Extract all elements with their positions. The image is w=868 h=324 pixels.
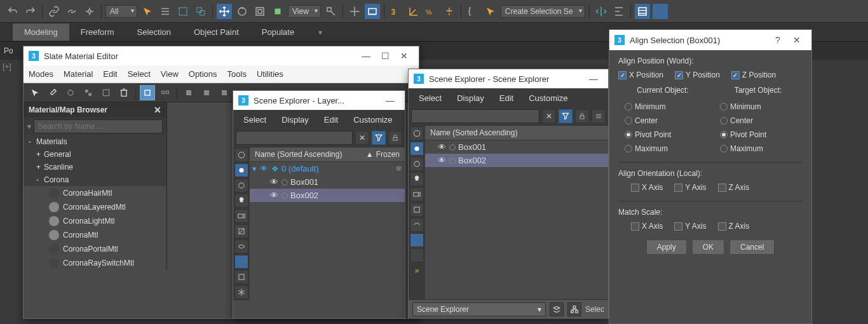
ribbon-tab-selection[interactable]: Selection (126, 24, 182, 41)
lay-icon[interactable] (158, 85, 173, 100)
menu-options[interactable]: Options (189, 69, 217, 79)
ribbon-expand-icon[interactable]: ▾ (318, 28, 322, 37)
z-position-check[interactable]: Z Position (731, 71, 776, 79)
lock-icon[interactable] (575, 109, 589, 123)
list-icon[interactable] (158, 4, 173, 19)
current-pivot[interactable]: Pivot Point (625, 130, 701, 139)
scene2-title-bar[interactable]: 3 Scene Explorer - Scene Explorer — (409, 69, 608, 88)
angle-snap-icon[interactable] (406, 4, 421, 19)
clear-icon[interactable]: ✕ (542, 109, 556, 123)
rect-select-icon[interactable] (175, 4, 191, 19)
browser-close-icon[interactable]: ✕ (154, 105, 161, 115)
z-axis-check[interactable]: Z Axis (718, 183, 750, 192)
stack-icon[interactable] (550, 302, 564, 316)
expand-chevron-icon[interactable]: » (410, 266, 424, 275)
align-icon[interactable] (611, 4, 627, 19)
menu-select[interactable]: Select (243, 115, 266, 125)
menu-modes[interactable]: Modes (29, 69, 53, 79)
help-button[interactable]: ? (768, 30, 787, 50)
scale-icon[interactable] (252, 4, 268, 19)
tree-item[interactable]: CoronaLightMtl (24, 214, 166, 228)
scene2-search-input[interactable] (411, 109, 539, 123)
side-circle-icon[interactable] (234, 148, 248, 162)
side-frozen-icon[interactable] (234, 285, 248, 299)
side-camera-icon[interactable] (234, 209, 248, 223)
explorer-select[interactable]: Scene Explorer (412, 302, 546, 316)
coord-dropdown[interactable]: View (288, 5, 321, 18)
snap-icon[interactable]: 3 (388, 4, 403, 19)
side-shape-icon[interactable] (410, 157, 424, 171)
side-space-icon[interactable] (234, 240, 248, 253)
ribbon-tab-populate[interactable]: Populate (250, 24, 306, 41)
scale-x-check[interactable]: X Axis (631, 222, 663, 231)
scene-row[interactable]: 👁 Box002 (250, 189, 405, 202)
filter-dropdown[interactable]: All (105, 5, 137, 18)
scene1-columns[interactable]: Name (Sorted Ascending) ▲ Frozen (250, 147, 405, 162)
tree-item[interactable]: CoronaRaySwitchMtl (24, 256, 166, 270)
side-container-icon[interactable] (234, 270, 248, 284)
col-name[interactable]: Name (Sorted Ascending) (255, 150, 363, 159)
tree-item[interactable]: CoronaLayeredMtl (24, 200, 166, 214)
menu-edit[interactable]: Edit (103, 69, 117, 79)
clear-icon[interactable]: ✕ (355, 131, 369, 145)
manipulate-icon[interactable] (347, 4, 362, 19)
pivot-icon[interactable] (323, 4, 339, 19)
bracket-icon[interactable] (465, 4, 480, 19)
selection-icon[interactable] (483, 4, 498, 19)
spinner-snap-icon[interactable] (442, 4, 457, 19)
redo-icon[interactable] (23, 4, 38, 19)
side-camera-icon[interactable] (410, 187, 424, 201)
percent-snap-icon[interactable]: % (424, 4, 439, 19)
side-geom-icon[interactable] (234, 163, 248, 177)
ribbon-tab-modeling[interactable]: Modeling (13, 24, 69, 41)
x-axis-check[interactable]: X Axis (631, 183, 663, 192)
slate-title-bar[interactable]: 3 Slate Material Editor — ☐ ✕ (24, 46, 419, 65)
menu-edit[interactable]: Edit (499, 93, 513, 103)
keyboard-icon[interactable] (365, 4, 380, 19)
tree-item[interactable]: CoronaPortalMtl (24, 242, 166, 256)
menu-display[interactable]: Display (457, 93, 484, 103)
current-maximum[interactable]: Maximum (625, 144, 701, 153)
scene1-search-input[interactable] (236, 131, 353, 145)
menu-customize[interactable]: Customize (529, 93, 567, 103)
menu-edit[interactable]: Edit (324, 115, 338, 125)
tree-general[interactable]: +General (24, 148, 166, 161)
apply-button[interactable]: Apply (646, 240, 687, 255)
menu-display[interactable]: Display (281, 115, 309, 125)
maximize-button[interactable]: ☐ (376, 46, 395, 65)
col-frozen[interactable]: Frozen (376, 150, 400, 159)
scene2-columns[interactable]: Name (Sorted Ascending) (425, 125, 608, 140)
move-slate-icon[interactable] (140, 85, 155, 100)
cancel-button[interactable]: Cancel (729, 240, 775, 255)
layer-row[interactable]: ▾ 👁 ❖ 0 (default) ❄ (250, 162, 405, 175)
lock-icon[interactable] (388, 131, 402, 145)
y-position-check[interactable]: Y Position (675, 71, 720, 79)
minimize-button[interactable]: — (584, 69, 603, 88)
link-icon[interactable] (46, 4, 62, 19)
tree-item[interactable]: CoronaMtl (24, 228, 166, 242)
undo-icon[interactable] (5, 4, 20, 19)
filter-icon[interactable] (372, 131, 386, 145)
side-frozen-icon[interactable] (410, 248, 424, 262)
target-minimum[interactable]: Minimum (720, 102, 796, 111)
pick-icon[interactable] (27, 85, 43, 100)
layers-icon[interactable] (635, 4, 650, 19)
target-pivot[interactable]: Pivot Point (720, 130, 796, 139)
scene-row[interactable]: 👁 Box001 (250, 175, 405, 189)
side-light-icon[interactable] (234, 194, 248, 208)
current-minimum[interactable]: Minimum (625, 102, 701, 111)
search-input[interactable] (34, 119, 163, 133)
target-maximum[interactable]: Maximum (720, 144, 796, 153)
unlink-icon[interactable] (64, 4, 79, 19)
side-space-icon[interactable] (410, 218, 424, 232)
menu-view[interactable]: View (161, 69, 179, 79)
move-icon[interactable] (217, 4, 232, 19)
close-button[interactable]: ✕ (787, 30, 806, 50)
delete-icon[interactable] (116, 85, 132, 100)
side-bone-icon[interactable] (234, 255, 248, 269)
list-icon[interactable] (592, 109, 606, 123)
scene-row[interactable]: 👁 Box001 (425, 140, 608, 154)
side-shape-icon[interactable] (234, 179, 248, 192)
side-bone-icon[interactable] (410, 233, 424, 247)
minimize-button[interactable]: — (356, 46, 376, 65)
